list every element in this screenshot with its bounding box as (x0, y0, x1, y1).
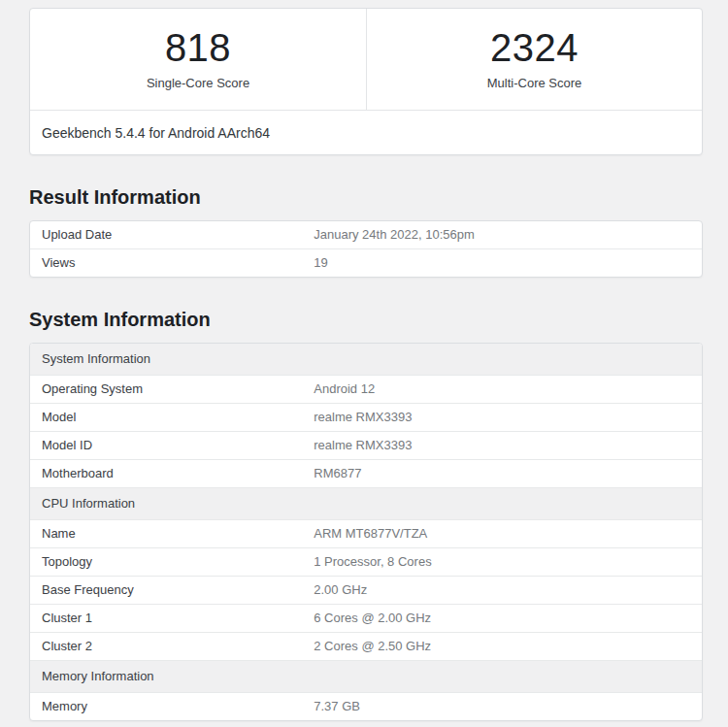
table-row-model-id: Model ID realme RMX3393 (30, 431, 702, 459)
table-row-memory: Memory 7.37 GB (30, 692, 702, 720)
multi-core-score-panel: 2324 Multi-Core Score (366, 9, 702, 110)
table-row-cluster-2: Cluster 2 2 Cores @ 2.50 GHz (30, 632, 702, 660)
system-information-table: System Information Operating System Andr… (29, 343, 703, 721)
row-label: Model ID (30, 432, 302, 459)
system-information-heading: System Information (29, 310, 703, 329)
group-header-label: System Information (30, 344, 702, 375)
table-row-upload-date: Upload Date January 24th 2022, 10:56pm (30, 221, 702, 248)
group-header-cpu: CPU Information (30, 487, 702, 519)
row-value: Android 12 (302, 376, 702, 403)
result-information-heading: Result Information (29, 187, 703, 207)
row-value: 7.37 GB (302, 693, 702, 720)
table-row-cpu-name: Name ARM MT6877V/TZA (30, 519, 702, 547)
table-row-cluster-1: Cluster 1 6 Cores @ 2.00 GHz (30, 604, 702, 632)
multi-core-score-value: 2324 (490, 28, 579, 67)
row-label: Base Frequency (30, 577, 302, 604)
single-core-score-panel: 818 Single-Core Score (30, 9, 366, 110)
row-value: ARM MT6877V/TZA (302, 520, 702, 547)
score-summary-card: 818 Single-Core Score 2324 Multi-Core Sc… (29, 8, 703, 155)
benchmark-version-text: Geekbench 5.4.4 for Android AArch64 (42, 125, 270, 141)
table-row-motherboard: Motherboard RM6877 (30, 459, 702, 487)
geekbench-result-page: 818 Single-Core Score 2324 Multi-Core Sc… (0, 0, 728, 721)
group-header-system: System Information (30, 344, 702, 375)
row-label: Operating System (30, 376, 302, 403)
row-value: RM6877 (302, 460, 702, 487)
multi-core-score-label: Multi-Core Score (487, 76, 582, 90)
result-information-table: Upload Date January 24th 2022, 10:56pm V… (29, 220, 703, 278)
group-header-label: Memory Information (30, 661, 702, 692)
table-row-topology: Topology 1 Processor, 8 Cores (30, 547, 702, 576)
group-header-label: CPU Information (30, 488, 702, 519)
row-value: 2 Cores @ 2.50 GHz (302, 633, 702, 660)
group-header-memory: Memory Information (30, 660, 702, 692)
row-label: Upload Date (30, 221, 302, 248)
row-label: Cluster 1 (30, 605, 302, 632)
benchmark-version-row: Geekbench 5.4.4 for Android AArch64 (30, 110, 702, 154)
single-core-score-label: Single-Core Score (147, 76, 249, 90)
row-value: realme RMX3393 (302, 404, 702, 431)
row-label: Model (30, 404, 302, 431)
row-value: 6 Cores @ 2.00 GHz (302, 605, 702, 632)
row-value: 2.00 GHz (302, 577, 702, 604)
table-row-views: Views 19 (30, 248, 702, 277)
row-label: Cluster 2 (30, 633, 302, 660)
row-label: Name (30, 520, 302, 547)
row-value: 1 Processor, 8 Cores (302, 548, 702, 576)
row-value: 19 (302, 249, 702, 277)
score-grid: 818 Single-Core Score 2324 Multi-Core Sc… (30, 9, 702, 110)
table-row-model: Model realme RMX3393 (30, 403, 702, 431)
row-label: Views (30, 249, 302, 277)
row-label: Topology (30, 548, 302, 576)
row-label: Memory (30, 693, 302, 720)
table-row-base-frequency: Base Frequency 2.00 GHz (30, 576, 702, 604)
row-value: realme RMX3393 (302, 432, 702, 459)
row-value: January 24th 2022, 10:56pm (302, 221, 702, 248)
row-label: Motherboard (30, 460, 302, 487)
single-core-score-value: 818 (165, 28, 231, 67)
table-row-operating-system: Operating System Android 12 (30, 375, 702, 403)
